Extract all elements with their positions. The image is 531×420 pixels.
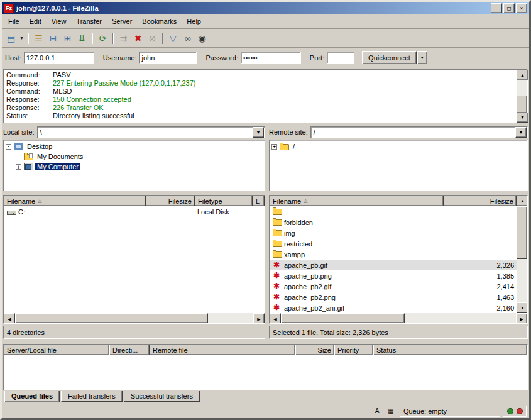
column-header-size[interactable]: Size — [295, 345, 334, 355]
scroll-left-button[interactable]: ◀ — [4, 313, 15, 324]
remote-site-dropdown-button[interactable]: ▼ — [515, 127, 527, 138]
column-header-server-local-file[interactable]: Server/Local file — [4, 345, 109, 355]
column-header-filesize[interactable]: Filesize — [444, 196, 517, 206]
tree-item-item[interactable]: +/ — [270, 141, 527, 152]
tab-failed-transfers[interactable]: Failed transfers — [61, 391, 123, 402]
scroll-down-button[interactable]: ▼ — [517, 302, 528, 313]
scroll-right-button[interactable]: ▶ — [253, 313, 265, 324]
tree-item-desktop[interactable]: -Desktop — [4, 141, 264, 152]
column-header-filename[interactable]: Filename△ — [270, 196, 444, 206]
menu-item-transfer[interactable]: Transfer — [71, 16, 107, 27]
remote-file-row[interactable]: restricted — [270, 238, 517, 249]
title-bar[interactable]: Fz john@127.0.0.1 - FileZilla _ □ × — [2, 2, 529, 14]
remote-directory-tree[interactable]: +/ — [269, 140, 528, 191]
scrollbar-track[interactable] — [517, 80, 527, 112]
menu-item-file[interactable]: File — [3, 16, 25, 27]
column-header-remote-file[interactable]: Remote file — [150, 345, 295, 355]
remote-file-row[interactable]: apache_pb2.png1,463 — [270, 292, 517, 302]
filter-button[interactable]: ▽ — [166, 31, 180, 45]
toggle-message-log-button[interactable]: ☰ — [31, 31, 46, 45]
expand-toggle-icon[interactable]: + — [16, 164, 21, 170]
remote-file-row[interactable]: img — [270, 228, 517, 238]
message-log-text[interactable]: Command:PASVResponse:227 Entering Passiv… — [4, 70, 517, 123]
quickconnect-button[interactable]: Quickconnect — [362, 51, 417, 64]
message-log-scrollbar[interactable]: ▲ ▼ — [517, 70, 527, 123]
local-site-dropdown-button[interactable]: ▼ — [253, 127, 264, 138]
tab-successful-transfers[interactable]: Successful transfers — [124, 391, 200, 402]
scrollbar-track[interactable] — [517, 206, 527, 302]
scrollbar-track[interactable] — [15, 313, 253, 323]
remote-file-list-body[interactable]: ..forbiddenimgrestrictedxamppapache_pb.g… — [270, 206, 517, 313]
remote-horizontal-scrollbar[interactable]: ◀ ▶ — [270, 313, 527, 323]
quickconnect-dropdown-button[interactable]: ▼ — [417, 51, 427, 64]
toggle-remote-tree-button[interactable]: ⊞ — [60, 31, 75, 45]
site-manager-dropdown-button[interactable]: ▾ — [18, 31, 25, 45]
menu-item-help[interactable]: Help — [182, 16, 206, 27]
column-header-l[interactable]: L — [253, 196, 265, 206]
local-horizontal-scrollbar[interactable]: ◀ ▶ — [4, 313, 265, 323]
local-directory-tree[interactable]: -DesktopMy Documents+My Computer — [3, 140, 265, 191]
remote-file-row[interactable]: apache_pb2_ani.gif2,160 — [270, 302, 517, 313]
toggle-queue-button[interactable]: ⇊ — [75, 31, 89, 45]
scrollbar-thumb[interactable] — [15, 313, 208, 323]
close-button[interactable]: × — [516, 3, 527, 13]
tab-queued-files[interactable]: Queued files — [4, 391, 60, 402]
column-header-directi[interactable]: Directi... — [109, 345, 150, 355]
disconnect-button[interactable]: ⊘ — [145, 31, 160, 45]
transfer-queue-list[interactable] — [4, 355, 527, 390]
column-header-label: Remote file — [153, 346, 188, 354]
transfer-type-icon[interactable]: A — [371, 406, 383, 416]
directory-comparison-button[interactable]: ∞ — [180, 31, 195, 45]
local-file-row[interactable]: C:Local Disk — [4, 206, 265, 217]
remote-vertical-scrollbar[interactable]: ▲ ▼ — [517, 196, 527, 313]
expand-toggle-icon[interactable]: + — [271, 144, 277, 150]
column-header-status[interactable]: Status — [373, 345, 527, 355]
column-header-filesize[interactable]: Filesize — [146, 196, 195, 206]
toggle-local-tree-button[interactable]: ⊟ — [46, 31, 60, 45]
scroll-down-button[interactable]: ▼ — [517, 112, 528, 123]
scrollbar-thumb[interactable] — [517, 96, 527, 113]
filename-text: apache_pb2.gif — [284, 283, 331, 290]
host-input[interactable] — [24, 52, 94, 64]
scroll-up-button[interactable]: ▲ — [517, 70, 528, 80]
column-header-filetype[interactable]: Filetype — [195, 196, 253, 206]
column-header-filename[interactable]: Filename△ — [4, 196, 146, 206]
keyboard-icon[interactable]: ▦ — [385, 406, 397, 416]
remote-file-row[interactable]: forbidden — [270, 217, 517, 228]
toolbar: ▤▾☰⊟⊞⇊⟳⇉✖⊘▽∞◉ — [2, 28, 529, 48]
username-input[interactable] — [139, 52, 197, 64]
find-files-button[interactable]: ◉ — [195, 31, 209, 45]
scrollbar-thumb[interactable] — [517, 206, 527, 259]
menu-item-bookmarks[interactable]: Bookmarks — [137, 16, 182, 27]
scroll-up-button[interactable]: ▲ — [517, 196, 528, 206]
tree-item-my-computer[interactable]: +My Computer — [4, 162, 264, 172]
site-manager-button[interactable]: ▤ — [4, 31, 18, 45]
local-site-combobox[interactable]: \ ▼ — [37, 126, 265, 138]
tree-item-my-documents[interactable]: My Documents — [4, 152, 264, 162]
remote-site-combobox[interactable]: / ▼ — [310, 126, 528, 138]
minimize-button[interactable]: _ — [491, 3, 502, 13]
refresh-button[interactable]: ⟳ — [96, 31, 110, 45]
process-queue-button[interactable]: ⇉ — [116, 31, 131, 45]
password-input[interactable] — [241, 52, 301, 64]
local-file-list-body[interactable]: C:Local Disk — [4, 206, 265, 313]
scroll-left-button[interactable]: ◀ — [270, 313, 281, 324]
maximize-button[interactable]: □ — [503, 3, 515, 13]
remote-file-row[interactable]: apache_pb2.gif2,414 — [270, 281, 517, 292]
scrollbar-track[interactable] — [281, 313, 516, 323]
menu-item-view[interactable]: View — [47, 16, 72, 27]
scrollbar-thumb[interactable] — [281, 313, 405, 323]
column-header-priority[interactable]: Priority — [334, 345, 373, 355]
remote-file-row[interactable]: .. — [270, 206, 517, 217]
cancel-button[interactable]: ✖ — [131, 31, 145, 45]
log-line: Response:150 Connection accepted — [6, 96, 514, 104]
remote-file-row[interactable]: xampp — [270, 249, 517, 260]
remote-file-row[interactable]: apache_pb.gif2,326 — [270, 260, 517, 270]
menu-item-edit[interactable]: Edit — [25, 16, 47, 27]
remote-file-row[interactable]: apache_pb.png1,385 — [270, 270, 517, 281]
scroll-right-button[interactable]: ▶ — [516, 313, 527, 324]
filesize-cell: 2,414 — [444, 281, 517, 292]
expand-toggle-icon[interactable]: - — [6, 144, 11, 150]
menu-item-server[interactable]: Server — [107, 16, 137, 27]
port-input[interactable] — [327, 52, 354, 64]
